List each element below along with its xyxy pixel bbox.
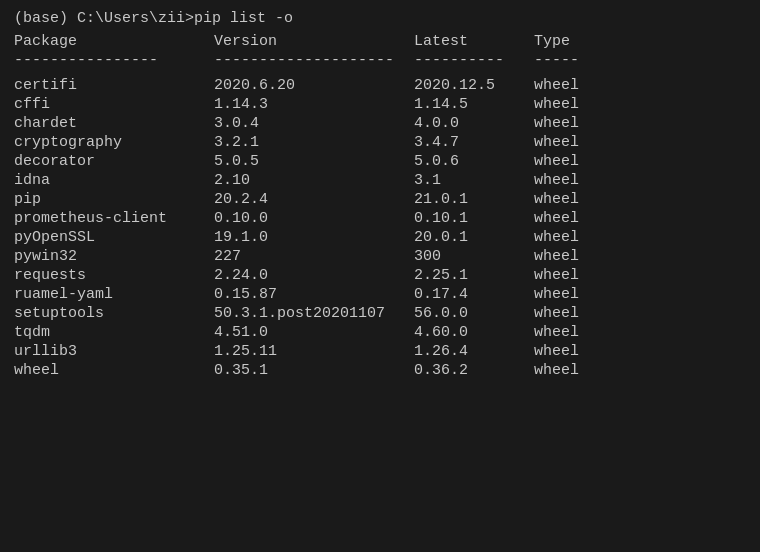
sep-version: -------------------- <box>214 52 414 69</box>
sep-latest: ---------- <box>414 52 534 69</box>
header-latest: Latest <box>414 33 534 50</box>
cell-package: prometheus-client <box>14 210 214 227</box>
table-row: wheel0.35.10.36.2wheel <box>14 362 746 379</box>
cell-version: 1.14.3 <box>214 96 414 113</box>
sep-type: ----- <box>534 52 614 69</box>
cell-version: 19.1.0 <box>214 229 414 246</box>
cell-type: wheel <box>534 153 614 170</box>
table-row: prometheus-client0.10.00.10.1wheel <box>14 210 746 227</box>
data-rows: certifi2020.6.202020.12.5wheelcffi1.14.3… <box>14 77 746 379</box>
table-row: certifi2020.6.202020.12.5wheel <box>14 77 746 94</box>
cell-version: 4.51.0 <box>214 324 414 341</box>
cell-latest: 5.0.6 <box>414 153 534 170</box>
cell-type: wheel <box>534 267 614 284</box>
cell-latest: 3.1 <box>414 172 534 189</box>
cell-package: idna <box>14 172 214 189</box>
cell-package: pyOpenSSL <box>14 229 214 246</box>
cell-version: 3.2.1 <box>214 134 414 151</box>
cell-latest: 4.0.0 <box>414 115 534 132</box>
header-version: Version <box>214 33 414 50</box>
cell-type: wheel <box>534 248 614 265</box>
cell-type: wheel <box>534 305 614 322</box>
cell-type: wheel <box>534 324 614 341</box>
command-line: (base) C:\Users\zii>pip list -o <box>14 10 746 27</box>
header-package: Package <box>14 33 214 50</box>
cell-version: 2.24.0 <box>214 267 414 284</box>
terminal: (base) C:\Users\zii>pip list -o Package … <box>14 10 746 542</box>
cell-package: ruamel-yaml <box>14 286 214 303</box>
cell-latest: 300 <box>414 248 534 265</box>
cell-type: wheel <box>534 210 614 227</box>
cell-latest: 20.0.1 <box>414 229 534 246</box>
cell-latest: 0.36.2 <box>414 362 534 379</box>
cell-latest: 21.0.1 <box>414 191 534 208</box>
cell-latest: 2.25.1 <box>414 267 534 284</box>
cell-type: wheel <box>534 343 614 360</box>
table-row: tqdm4.51.04.60.0wheel <box>14 324 746 341</box>
cell-version: 20.2.4 <box>214 191 414 208</box>
cell-version: 1.25.11 <box>214 343 414 360</box>
cell-type: wheel <box>534 191 614 208</box>
header-type: Type <box>534 33 614 50</box>
cell-package: urllib3 <box>14 343 214 360</box>
cell-latest: 1.14.5 <box>414 96 534 113</box>
cell-package: decorator <box>14 153 214 170</box>
cell-latest: 1.26.4 <box>414 343 534 360</box>
cell-package: pywin32 <box>14 248 214 265</box>
cell-latest: 3.4.7 <box>414 134 534 151</box>
cell-type: wheel <box>534 96 614 113</box>
table-row: idna2.103.1wheel <box>14 172 746 189</box>
cell-type: wheel <box>534 134 614 151</box>
cell-version: 0.10.0 <box>214 210 414 227</box>
table-row: cffi1.14.31.14.5wheel <box>14 96 746 113</box>
cell-package: cryptography <box>14 134 214 151</box>
table-row: ruamel-yaml0.15.870.17.4wheel <box>14 286 746 303</box>
table-row: pip20.2.421.0.1wheel <box>14 191 746 208</box>
cell-type: wheel <box>534 229 614 246</box>
cell-type: wheel <box>534 115 614 132</box>
table-row: urllib31.25.111.26.4wheel <box>14 343 746 360</box>
cell-latest: 2020.12.5 <box>414 77 534 94</box>
cell-package: wheel <box>14 362 214 379</box>
table-row: pyOpenSSL19.1.020.0.1wheel <box>14 229 746 246</box>
cell-latest: 4.60.0 <box>414 324 534 341</box>
cell-type: wheel <box>534 77 614 94</box>
cell-package: certifi <box>14 77 214 94</box>
cell-version: 0.35.1 <box>214 362 414 379</box>
cell-package: requests <box>14 267 214 284</box>
table-row: requests2.24.02.25.1wheel <box>14 267 746 284</box>
cell-type: wheel <box>534 286 614 303</box>
cell-version: 50.3.1.post20201107 <box>214 305 414 322</box>
sep-package: ---------------- <box>14 52 214 69</box>
cell-version: 227 <box>214 248 414 265</box>
cell-package: chardet <box>14 115 214 132</box>
separator-row: ---------------- -------------------- --… <box>14 52 746 69</box>
cell-package: cffi <box>14 96 214 113</box>
cell-latest: 56.0.0 <box>414 305 534 322</box>
header-row: Package Version Latest Type <box>14 33 746 50</box>
cell-type: wheel <box>534 172 614 189</box>
cell-version: 3.0.4 <box>214 115 414 132</box>
cell-version: 2020.6.20 <box>214 77 414 94</box>
cell-type: wheel <box>534 362 614 379</box>
table-row: cryptography3.2.13.4.7wheel <box>14 134 746 151</box>
cell-package: setuptools <box>14 305 214 322</box>
table-row: chardet3.0.44.0.0wheel <box>14 115 746 132</box>
cell-version: 5.0.5 <box>214 153 414 170</box>
cell-latest: 0.17.4 <box>414 286 534 303</box>
cell-latest: 0.10.1 <box>414 210 534 227</box>
cell-package: pip <box>14 191 214 208</box>
cell-version: 2.10 <box>214 172 414 189</box>
cell-package: tqdm <box>14 324 214 341</box>
cell-version: 0.15.87 <box>214 286 414 303</box>
table-row: decorator5.0.55.0.6wheel <box>14 153 746 170</box>
table-row: pywin32227300wheel <box>14 248 746 265</box>
table-row: setuptools50.3.1.post2020110756.0.0wheel <box>14 305 746 322</box>
